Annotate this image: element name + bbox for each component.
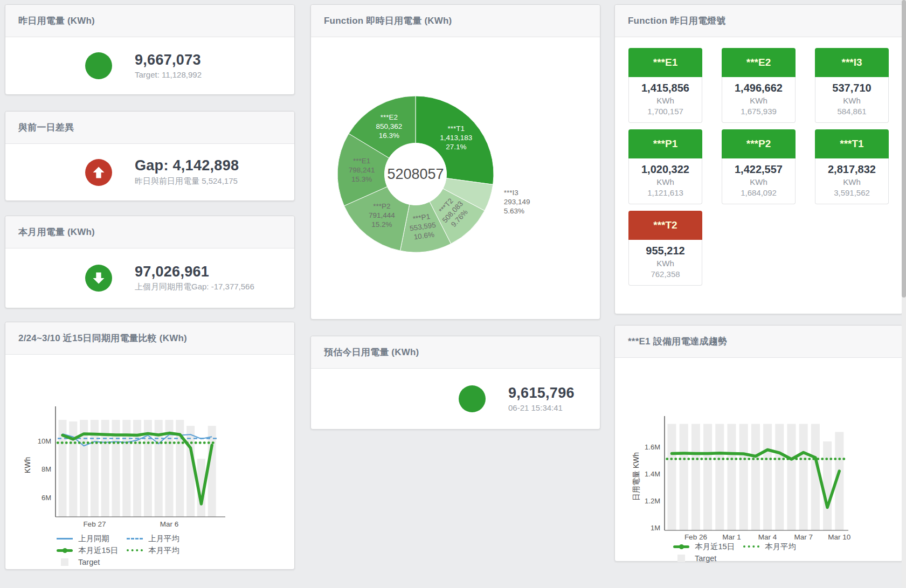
x-axis-tick: Mar 1 [722,533,741,541]
kpi-text: 97,026,961 上個月同期用電Gap: -17,377,566 [135,264,254,293]
y-axis-tick: 1.6M [645,443,660,451]
light-tile-E1: ***E1 1,415,856 KWh 1,700,157 [628,48,702,123]
target-bar [787,424,796,531]
target-bar [775,424,784,531]
arrow-up-icon [91,165,106,180]
trend-chart-legend: 本月近15日 本月平均 Target [673,542,813,566]
legend-thick-line-swatch [673,545,689,548]
legend-item-this-month[interactable]: 本月近15日 [57,545,127,556]
y-axis-tick: 6M [42,494,51,502]
legend-dashed-line-swatch [127,538,143,539]
legend-label: 上月平均 [148,534,179,544]
tile-value: 1,020,322 [631,163,700,176]
kpi-subtext: Target: 11,128,992 [135,70,202,79]
legend-label: 本月近15日 [78,545,118,556]
light-tile-I3: ***I3 537,710 KWh 584,861 [815,48,889,123]
tile-value: 1,496,662 [724,82,793,94]
light-tile-E2: ***E2 1,496,662 KWh 1,675,939 [722,48,796,123]
tile-target: 1,684,092 [724,188,793,197]
tile-target: 3,591,562 [818,188,886,197]
card-header: 與前一日差異 [5,112,294,144]
legend-item-last-month-avg[interactable]: 上月平均 [127,534,197,544]
card-header: 昨日用電量 (KWh) [5,5,294,37]
kpi-text: 9,667,073 Target: 11,128,992 [135,52,202,80]
card-header: ***E1 設備用電達成趨勢 [615,326,902,358]
comparison-line-chart: 6M8M10MFeb 27Mar 6KWh [5,355,294,533]
tile-status-header: ***E1 [628,48,702,77]
y-axis-title: KWh [23,457,32,473]
y-axis-tick: 8M [42,465,51,473]
legend-label: 上月同期 [78,534,109,544]
target-bar [691,424,700,531]
y-axis-tick: 1.2M [645,497,660,505]
card-header: Function 昨日用電燈號 [615,5,902,37]
card-title: 預估今日用電量 (KWh) [324,346,419,358]
tile-target: 1,675,939 [724,107,793,116]
donut-slice-label: ***I3293,1495.63% [504,189,530,215]
legend-item-target[interactable]: Target [673,554,743,563]
tile-status-header: ***P2 [722,129,796,158]
x-axis-tick: Mar 7 [794,533,813,541]
legend-thick-line-swatch [57,549,73,552]
kpi-body: 97,026,961 上個月同期用電Gap: -17,377,566 [5,248,294,308]
target-bar [668,424,676,531]
lights-grid: ***E1 1,415,856 KWh 1,700,157 ***E2 1,49… [615,37,902,286]
legend-label: Target [78,558,100,566]
card-title: 昨日用電量 (KWh) [18,15,95,27]
y-axis-tick: 1M [651,524,660,532]
tile-target: 584,861 [818,107,886,116]
kpi-value: 9,615,796 [508,385,575,402]
tile-unit: KWh [724,96,793,105]
x-axis-tick: Feb 27 [83,520,106,528]
card-yesterday-usage: 昨日用電量 (KWh) 9,667,073 Target: 11,128,992 [5,4,295,95]
card-yesterday-lights: Function 昨日用電燈號 ***E1 1,415,856 KWh 1,70… [614,4,903,314]
kpi-subtext: 上個月同期用電Gap: -17,377,566 [135,282,254,292]
target-bar [208,426,216,517]
y-axis-title: 日用電量 KWh [632,452,640,501]
tile-unit: KWh [631,259,700,268]
kpi-body: 9,615,796 06-21 15:34:41 [311,369,600,429]
legend-item-last-month[interactable]: 上月同期 [57,534,127,544]
kpi-value: Gap: 4,142,898 [135,158,239,174]
legend-square-swatch [61,558,68,566]
scrollbar-thumb[interactable] [902,0,906,298]
legend-item-this-month-avg[interactable]: 本月平均 [743,542,813,552]
target-bar [715,424,724,531]
card-day-gap: 與前一日差異 Gap: 4,142,898 昨日與前日用電量 5,524,175 [5,111,295,201]
card-e1-trend-chart: ***E1 設備用電達成趨勢 1M1.2M1.4M1.6MFeb 26Mar 1… [614,325,903,562]
x-axis-tick: Mar 10 [828,533,850,541]
scrollbar-track[interactable] [902,0,906,588]
tile-target: 1,700,157 [631,107,700,116]
kpi-text: Gap: 4,142,898 昨日與前日用電量 5,524,175 [135,158,239,186]
kpi-body: Gap: 4,142,898 昨日與前日用電量 5,524,175 [5,144,294,200]
legend-item-this-month[interactable]: 本月近15日 [673,542,743,552]
target-bar [186,426,195,517]
legend-label: 本月平均 [148,545,179,556]
target-bar [799,424,808,531]
tile-value: 955,212 [631,245,700,257]
legend-dotted-line-swatch [743,545,759,548]
arrow-up-circle-icon [85,159,112,186]
light-tile-P1: ***P1 1,020,322 KWh 1,121,613 [628,129,702,204]
legend-item-this-month-avg[interactable]: 本月平均 [127,545,197,556]
y-axis-tick: 10M [38,437,51,445]
x-axis-tick: Mar 6 [160,520,179,528]
kpi-text: 9,615,796 06-21 15:34:41 [508,385,575,413]
x-axis-tick: Mar 4 [758,533,777,541]
tile-unit: KWh [724,177,793,186]
arrow-down-circle-icon [85,265,112,292]
comparison-chart-legend: 上月同期 上月平均 本月近15日 本月平均 [57,534,197,570]
kpi-body: 9,667,073 Target: 11,128,992 [5,37,294,94]
card-title: Function 昨日用電燈號 [628,15,725,27]
tile-value: 537,710 [818,82,886,94]
tile-value: 1,422,557 [724,163,793,176]
target-bar [751,424,760,531]
tile-status-header: ***E2 [722,48,796,77]
tile-unit: KWh [631,96,700,105]
card-title: 本月用電量 (KWh) [18,226,95,238]
tile-status-header: ***I3 [815,48,889,77]
status-circle-icon [459,385,486,412]
card-title: 2/24~3/10 近15日同期用電量比較 (KWh) [18,332,187,344]
legend-item-target[interactable]: Target [57,558,127,566]
light-tile-P2: ***P2 1,422,557 KWh 1,684,092 [722,129,796,204]
